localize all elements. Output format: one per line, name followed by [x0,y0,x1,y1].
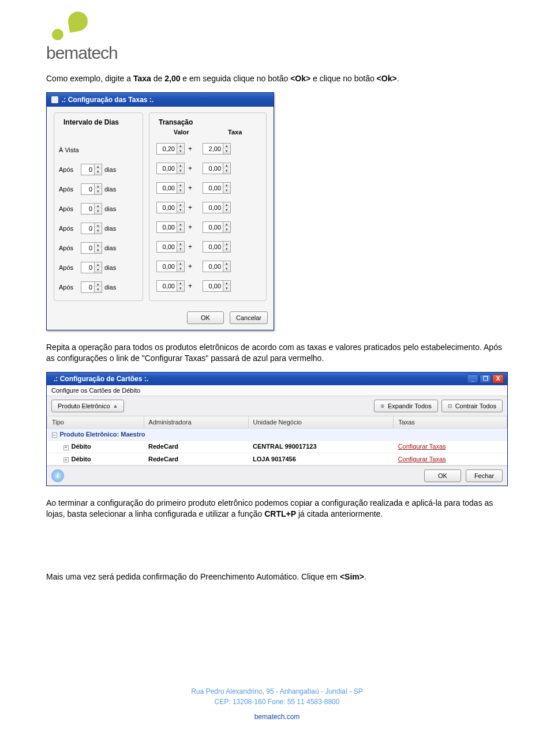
plus-icon: + [188,243,192,251]
close-button[interactable]: X [492,374,504,383]
spinner-up-icon[interactable]: ▴ [94,164,102,170]
th-admin[interactable]: Administradora [144,416,248,428]
spinner-up-icon[interactable]: ▴ [94,262,102,268]
footer-contact: CEP: 13208-160 Fone: 55 11 4583-8800 [46,697,508,707]
spinner-up-icon[interactable]: ▴ [94,184,102,189]
restore-button[interactable]: ❐ [480,374,491,383]
expand-icon[interactable]: + [63,457,69,462]
spinner-up-icon[interactable]: ▴ [223,202,230,208]
spinner-up-icon[interactable]: ▴ [177,183,184,188]
spinner-input[interactable]: 0,00 ▴ ▾ [203,221,231,233]
spinner-up-icon[interactable]: ▴ [94,223,102,228]
spinner-down-icon[interactable]: ▾ [177,188,184,193]
spinner-up-icon[interactable]: ▴ [177,281,184,286]
spinner-input[interactable]: 0,00 ▴ ▾ [203,202,231,213]
spinner-up-icon[interactable]: ▴ [94,282,102,287]
minimize-button[interactable]: _ [467,374,478,383]
cards-ok-button[interactable]: OK [424,469,461,482]
spinner-down-icon[interactable]: ▾ [223,247,230,252]
spinner-up-icon[interactable]: ▴ [223,163,230,168]
spinner-up-icon[interactable]: ▴ [223,242,230,247]
spinner-up-icon[interactable]: ▴ [223,144,230,149]
spinner-up-icon[interactable]: ▴ [177,144,184,149]
spinner-down-icon[interactable]: ▾ [94,209,102,214]
expand-all-button[interactable]: ⊕Expandir Todos [374,400,438,412]
spinner-input[interactable]: 0 ▴ ▾ [81,262,102,273]
spinner-up-icon[interactable]: ▴ [223,281,230,286]
spinner-up-icon[interactable]: ▴ [223,261,230,266]
table-row[interactable]: +Débito RedeCard LOJA 9017456 Configurar… [47,453,507,465]
cards-close-button[interactable]: Fechar [466,469,503,482]
spinner-input[interactable]: 0,20 ▴ ▾ [156,143,185,155]
spinner-input[interactable]: 0 ▴ ▾ [81,223,102,234]
spinner-up-icon[interactable]: ▴ [223,222,230,227]
spinner-down-icon[interactable]: ▾ [94,228,102,234]
taxes-dialog-titlebar[interactable]: .: Configuração das Taxas :. [47,93,274,107]
cards-dialog-titlebar[interactable]: .: Configuração de Cartões :. _ ❐ X [47,373,507,385]
table-group-row[interactable]: −Produto Eletrônico: Maestro [47,428,507,441]
expand-icon[interactable]: + [63,445,69,450]
spinner-input[interactable]: 0 ▴ ▾ [81,242,102,254]
spinner-input[interactable]: 0 ▴ ▾ [81,183,102,195]
spinner-down-icon[interactable]: ▾ [223,149,230,154]
spinner-input[interactable]: 0,00 ▴ ▾ [203,182,231,194]
spinner-input[interactable]: 0,00 ▴ ▾ [156,182,185,194]
spinner-input[interactable]: 0 ▴ ▾ [81,203,102,215]
cards-dialog: .: Configuração de Cartões :. _ ❐ X Conf… [46,372,508,487]
spinner-input[interactable]: 0,00 ▴ ▾ [156,202,185,213]
spinner-down-icon[interactable]: ▾ [94,170,102,175]
spinner-up-icon[interactable]: ▴ [177,222,184,227]
spinner-input[interactable]: 0 ▴ ▾ [81,164,102,175]
spinner-down-icon[interactable]: ▾ [177,208,184,213]
spinner-down-icon[interactable]: ▾ [94,189,102,194]
spinner-up-icon[interactable]: ▴ [177,163,184,168]
spinner-down-icon[interactable]: ▾ [223,168,230,174]
configure-taxes-link[interactable]: Configurar Taxas [398,456,446,462]
spinner-input[interactable]: 0 ▴ ▾ [81,281,102,293]
collapse-icon[interactable]: − [52,432,57,438]
spinner-input[interactable]: 0,00 ▴ ▾ [156,261,185,272]
spinner-down-icon[interactable]: ▾ [223,266,230,272]
row-label: À Vista [59,146,81,153]
spinner-down-icon[interactable]: ▾ [177,168,184,174]
logo-shape-small [52,29,63,40]
spinner-input[interactable]: 0,00 ▴ ▾ [203,280,231,292]
spinner-down-icon[interactable]: ▾ [223,286,230,291]
info-icon[interactable]: i [51,469,64,482]
spinner-value: 0,00 [203,165,223,172]
spinner-down-icon[interactable]: ▾ [177,149,184,154]
spinner-input[interactable]: 0,00 ▴ ▾ [156,221,185,233]
th-unidade[interactable]: Unidade Negócio [248,416,394,428]
spinner-down-icon[interactable]: ▾ [223,227,230,232]
spinner-input[interactable]: 0,00 ▴ ▾ [156,163,185,174]
spinner-up-icon[interactable]: ▴ [177,261,184,266]
spinner-down-icon[interactable]: ▾ [223,188,230,193]
spinner-input[interactable]: 0,00 ▴ ▾ [203,163,231,174]
th-taxas[interactable]: Taxas [394,416,507,428]
spinner-down-icon[interactable]: ▾ [177,266,184,272]
spinner-down-icon[interactable]: ▾ [94,248,102,253]
spinner-up-icon[interactable]: ▴ [94,204,102,209]
configure-taxes-link[interactable]: Configurar Taxas [398,443,446,450]
cancel-button[interactable]: Cancelar [230,311,268,324]
th-tipo[interactable]: Tipo [47,416,144,428]
product-group-button[interactable]: Produto Eletrônico▲ [51,400,124,412]
spinner-up-icon[interactable]: ▴ [177,242,184,247]
spinner-up-icon[interactable]: ▴ [94,243,102,248]
collapse-all-button[interactable]: ⊟Contrair Todos [441,400,503,412]
ok-button[interactable]: OK [187,311,224,324]
spinner-down-icon[interactable]: ▾ [94,287,102,292]
spinner-down-icon[interactable]: ▾ [94,268,102,273]
spinner-down-icon[interactable]: ▾ [223,208,230,213]
spinner-down-icon[interactable]: ▾ [177,247,184,252]
spinner-input[interactable]: 0,00 ▴ ▾ [203,241,231,253]
spinner-up-icon[interactable]: ▴ [177,202,184,208]
spinner-down-icon[interactable]: ▾ [177,286,184,291]
spinner-input[interactable]: 0,00 ▴ ▾ [156,241,185,253]
spinner-input[interactable]: 2,00 ▴ ▾ [203,143,231,155]
table-row[interactable]: +Débito RedeCard CENTRAL 990017123 Confi… [47,441,507,453]
spinner-down-icon[interactable]: ▾ [177,227,184,232]
spinner-input[interactable]: 0,00 ▴ ▾ [203,261,231,272]
spinner-up-icon[interactable]: ▴ [223,183,230,188]
spinner-input[interactable]: 0,00 ▴ ▾ [156,280,185,292]
